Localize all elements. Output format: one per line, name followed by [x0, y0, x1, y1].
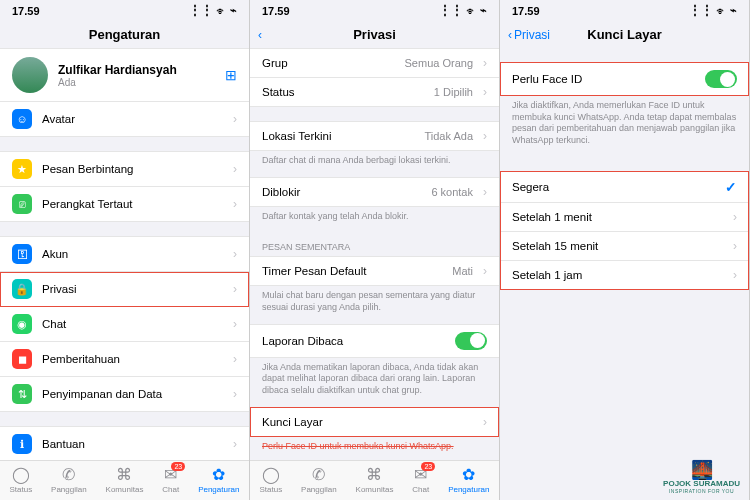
tab-icon: ✿	[212, 465, 225, 484]
settings-row[interactable]: ◉Chat›	[0, 307, 249, 342]
row-icon: ⎚	[12, 194, 32, 214]
back-button[interactable]: ‹ Privasi	[508, 28, 550, 42]
settings-row[interactable]: Timer Pesan DefaultMati›	[250, 256, 499, 286]
settings-row[interactable]: Perlu Face ID	[500, 62, 749, 96]
chevron-right-icon: ›	[733, 210, 737, 224]
row-value: 1 Dipilih	[434, 86, 473, 98]
toggle-switch[interactable]	[705, 70, 737, 88]
settings-row[interactable]: Status1 Dipilih›	[250, 78, 499, 107]
tab-icon: ✆	[62, 465, 75, 484]
settings-row[interactable]: Lokasi TerkiniTidak Ada›	[250, 121, 499, 151]
tab-icon: ◯	[262, 465, 280, 484]
row-value: Tidak Ada	[424, 130, 473, 142]
settings-row[interactable]: Kunci Layar›	[250, 407, 499, 437]
settings-row[interactable]: ◼Pemberitahuan›	[0, 342, 249, 377]
settings-row[interactable]: ★Pesan Berbintang›	[0, 151, 249, 187]
row-label: Pesan Berbintang	[42, 163, 223, 175]
settings-row[interactable]: ⇅Penyimpanan dan Data›	[0, 377, 249, 412]
chevron-right-icon: ›	[233, 247, 237, 261]
chevron-right-icon: ›	[483, 415, 487, 429]
row-label: Privasi	[42, 283, 223, 295]
chevron-right-icon: ›	[733, 268, 737, 282]
chevron-right-icon: ›	[233, 317, 237, 331]
row-value: 6 kontak	[431, 186, 473, 198]
row-label: Pemberitahuan	[42, 353, 223, 365]
row-label: Bantuan	[42, 438, 223, 450]
settings-row[interactable]: ⎚Perangkat Tertaut›	[0, 187, 249, 222]
privacy-pane: 17.59 ⋮⋮ᯤ⌁ ‹ Privasi GrupSemua Orang›Sta…	[250, 0, 500, 500]
row-label: Grup	[262, 57, 395, 69]
tab-chat[interactable]: ✉Chat23	[162, 465, 179, 494]
status-time: 17.59	[12, 5, 40, 17]
chevron-right-icon: ›	[233, 352, 237, 366]
back-button[interactable]: ‹	[258, 28, 262, 42]
profile-row[interactable]: Zulfikar Hardiansyah Ada ⊞	[0, 48, 249, 102]
avatar-row[interactable]: ☺ Avatar ›	[0, 102, 249, 137]
status-indicators: ⋮⋮ᯤ⌁	[189, 4, 237, 17]
row-icon: ⚿	[12, 244, 32, 264]
row-label: Kunci Layar	[262, 416, 473, 428]
nav-bar: Pengaturan	[0, 21, 249, 48]
status-bar: 17.59 ⋮⋮ᯤ⌁	[250, 0, 499, 21]
chevron-right-icon: ›	[233, 437, 237, 451]
settings-row[interactable]: Diblokir6 kontak›	[250, 177, 499, 207]
tab-pengaturan[interactable]: ✿Pengaturan	[448, 465, 489, 494]
qr-icon[interactable]: ⊞	[225, 67, 237, 83]
nav-bar: ‹ Privasi Kunci Layar	[500, 21, 749, 48]
settings-row[interactable]: Setelah 1 menit›	[500, 203, 749, 232]
settings-row[interactable]: ⚿Akun›	[0, 236, 249, 272]
chevron-right-icon: ›	[483, 129, 487, 143]
tab-bar: ◯Status✆Panggilan⌘Komunitas✉Chat23✿Penga…	[250, 460, 499, 500]
row-label: Setelah 1 jam	[512, 269, 723, 281]
tab-icon: ⌘	[116, 465, 132, 484]
checkmark-icon: ✓	[725, 179, 737, 195]
bridge-icon: 🌉	[663, 461, 740, 479]
settings-row[interactable]: Laporan Dibaca	[250, 324, 499, 358]
chevron-right-icon: ›	[483, 185, 487, 199]
chevron-right-icon: ›	[233, 282, 237, 296]
settings-row[interactable]: ℹBantuan›	[0, 426, 249, 460]
settings-row[interactable]: 🔒Privasi›	[0, 272, 249, 307]
row-label: Segera	[512, 181, 715, 193]
chevron-right-icon: ›	[233, 162, 237, 176]
tab-pengaturan[interactable]: ✿Pengaturan	[198, 465, 239, 494]
tab-panggilan[interactable]: ✆Panggilan	[301, 465, 337, 494]
settings-row[interactable]: Setelah 1 jam›	[500, 261, 749, 290]
row-label: Chat	[42, 318, 223, 330]
row-label: Setelah 1 menit	[512, 211, 723, 223]
chevron-right-icon: ›	[233, 387, 237, 401]
tab-status[interactable]: ◯Status	[259, 465, 282, 494]
row-label: Laporan Dibaca	[262, 335, 445, 347]
screenlock-pane: 17.59 ⋮⋮ᯤ⌁ ‹ Privasi Kunci Layar Perlu F…	[500, 0, 750, 500]
profile-name: Zulfikar Hardiansyah	[58, 63, 215, 77]
toggle-switch[interactable]	[455, 332, 487, 350]
badge: 23	[421, 462, 435, 471]
row-icon: ◼	[12, 349, 32, 369]
watermark: 🌉 POJOK SURAMADU INSPIRATION FOR YOU	[663, 461, 740, 494]
row-value: Semua Orang	[405, 57, 473, 69]
tab-bar: ◯Status✆Panggilan⌘Komunitas✉Chat23✿Penga…	[0, 460, 249, 500]
tab-icon: ◯	[12, 465, 30, 484]
status-bar: 17.59 ⋮⋮ᯤ⌁	[500, 0, 749, 21]
row-label: Penyimpanan dan Data	[42, 388, 223, 400]
row-label: Perangkat Tertaut	[42, 198, 223, 210]
tab-komunitas[interactable]: ⌘Komunitas	[356, 465, 394, 494]
chevron-right-icon: ›	[483, 56, 487, 70]
nav-bar: ‹ Privasi	[250, 21, 499, 48]
settings-row[interactable]: Segera✓	[500, 171, 749, 203]
row-label: Akun	[42, 248, 223, 260]
settings-pane: 17.59 ⋮⋮ᯤ⌁ Pengaturan Zulfikar Hardiansy…	[0, 0, 250, 500]
chevron-right-icon: ›	[483, 85, 487, 99]
tab-komunitas[interactable]: ⌘Komunitas	[106, 465, 144, 494]
row-icon: ◉	[12, 314, 32, 334]
chevron-right-icon: ›	[733, 239, 737, 253]
tab-status[interactable]: ◯Status	[9, 465, 32, 494]
settings-row[interactable]: Setelah 15 menit›	[500, 232, 749, 261]
avatar	[12, 57, 48, 93]
chevron-right-icon: ›	[233, 112, 237, 126]
tab-icon: ⌘	[366, 465, 382, 484]
tab-panggilan[interactable]: ✆Panggilan	[51, 465, 87, 494]
settings-row[interactable]: GrupSemua Orang›	[250, 48, 499, 78]
badge: 23	[171, 462, 185, 471]
tab-chat[interactable]: ✉Chat23	[412, 465, 429, 494]
